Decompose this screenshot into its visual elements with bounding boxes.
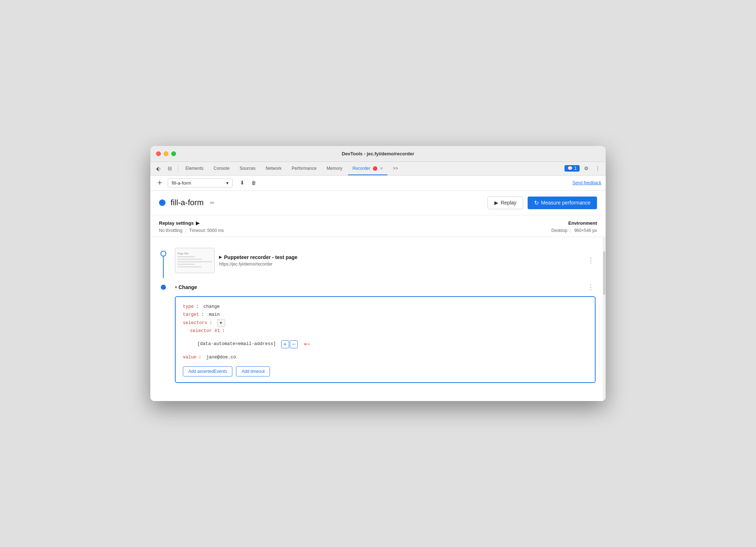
- chevron-right-icon: >>: [393, 166, 398, 171]
- tab-bar-left: ⬖ ⊟ Elements Console Sources Network: [153, 161, 403, 175]
- kebab-icon: ⋮: [595, 165, 600, 171]
- code-line-selector-val: [data-automate=email-address] + − ←: [183, 335, 588, 353]
- replay-settings-toggle[interactable]: Replay settings ▶: [159, 220, 224, 226]
- change-circle: [161, 285, 166, 290]
- pencil-icon: ✏: [210, 199, 215, 206]
- env-type: Desktop: [551, 228, 567, 233]
- tab-memory[interactable]: Memory: [322, 161, 347, 175]
- minimize-button[interactable]: [164, 151, 168, 156]
- traffic-lights: [156, 151, 176, 156]
- add-asserted-events-btn[interactable]: Add assertedEvents: [183, 366, 232, 376]
- navigate-more-btn[interactable]: ⋮: [586, 255, 596, 266]
- cursor-icon-btn[interactable]: ⬖: [153, 163, 163, 173]
- environment-title: Environment: [551, 220, 597, 226]
- tab-bar-right: 💬 1 ⚙ ⋮: [564, 163, 603, 173]
- change-timeline: [156, 278, 171, 387]
- delete-btn[interactable]: 🗑: [249, 178, 259, 188]
- new-recording-btn[interactable]: +: [155, 178, 165, 188]
- measure-icon: ↻: [534, 199, 539, 206]
- tab-recorder[interactable]: Recorder 🔴 ✕: [348, 161, 387, 175]
- remove-selector-btn[interactable]: −: [290, 340, 298, 348]
- steps-list: Page title: [150, 237, 603, 401]
- recording-status-dot: [159, 199, 166, 206]
- maximize-button[interactable]: [171, 151, 176, 156]
- tab-sources[interactable]: Sources: [235, 161, 260, 175]
- steps-area: Page title: [150, 237, 606, 401]
- navigate-title: ▶ Puppeteer recorder - test page: [219, 254, 582, 260]
- toolbar-icons: ⬇ 🗑: [237, 178, 259, 188]
- change-more-btn[interactable]: ⋮: [586, 282, 596, 293]
- tab-performance[interactable]: Performance: [287, 161, 321, 175]
- tab-divider: [178, 165, 178, 172]
- navigate-step: Page title: [150, 237, 603, 278]
- download-icon: ⬇: [240, 180, 245, 186]
- change-title: Change: [179, 284, 197, 290]
- main-content: fill-a-form ✏ ▶ Replay ↻ Measure perform…: [150, 191, 606, 401]
- timeout-value: Timeout: 5000 ms: [189, 228, 224, 233]
- replay-button[interactable]: ▶ Replay: [487, 197, 523, 209]
- selector-picker-icon[interactable]: ⬖: [217, 319, 225, 327]
- navigate-circle: [160, 251, 166, 257]
- add-timeout-btn[interactable]: Add timeout: [236, 366, 270, 376]
- navigate-url: https://jec.fyi/demo/recorder: [219, 262, 582, 267]
- settings-bar: Replay settings ▶ No throttling | Timeou…: [150, 215, 606, 237]
- tab-more[interactable]: >>: [389, 161, 403, 175]
- close-button[interactable]: [156, 151, 161, 156]
- tab-bar: ⬖ ⊟ Elements Console Sources Network: [150, 162, 606, 176]
- page-thumbnail: Page title: [175, 248, 215, 273]
- titlebar: DevTools - jec.fyi/demo/recorder: [150, 146, 606, 162]
- cursor-icon: ⬖: [156, 165, 160, 172]
- navigate-inner: Page title: [175, 248, 596, 273]
- selector-btns: + −: [281, 340, 298, 348]
- tab-network[interactable]: Network: [261, 161, 286, 175]
- edit-name-btn[interactable]: ✏: [207, 198, 218, 208]
- export-btn[interactable]: ⬇: [237, 178, 247, 188]
- settings-icon-btn[interactable]: ⚙: [581, 163, 591, 173]
- trash-icon: 🗑: [251, 180, 256, 186]
- recording-title: fill-a-form: [171, 198, 204, 207]
- navigate-content: Page title: [171, 243, 596, 278]
- add-selector-btn[interactable]: +: [281, 340, 289, 348]
- scrollbar-track[interactable]: [603, 237, 606, 401]
- change-content: ▾ Change ⋮ type : change: [171, 278, 596, 387]
- tab-elements[interactable]: Elements: [181, 161, 208, 175]
- code-line-value: value : jane@doe.co: [183, 353, 588, 362]
- recording-select-label: fill-a-form: [172, 180, 191, 186]
- navigate-timeline: [156, 243, 171, 278]
- throttling-value: No throttling: [159, 228, 182, 233]
- recorder-tab-close[interactable]: ✕: [380, 166, 383, 171]
- code-block: type : change target : main: [175, 296, 596, 383]
- measure-performance-button[interactable]: ↻ Measure performance: [528, 197, 597, 209]
- navigate-info: ▶ Puppeteer recorder - test page https:/…: [219, 254, 582, 267]
- tab-console[interactable]: Console: [209, 161, 234, 175]
- code-line-selectors: selectors : ⬖: [183, 319, 588, 327]
- environment-settings: Environment Desktop | 960×546 px: [551, 220, 597, 233]
- change-header: ▾ Change ⋮: [175, 282, 596, 293]
- scrollbar-thumb[interactable]: [603, 251, 605, 295]
- code-line-target: target : main: [183, 311, 588, 319]
- red-arrow-indicator: ←: [304, 335, 310, 353]
- replay-settings: Replay settings ▶ No throttling | Timeou…: [159, 220, 224, 233]
- window-title: DevTools - jec.fyi/demo/recorder: [342, 151, 414, 156]
- expand-icon[interactable]: ▶: [219, 255, 222, 259]
- send-feedback-link[interactable]: Send feedback: [572, 180, 601, 185]
- code-actions: Add assertedEvents Add timeout: [183, 366, 588, 376]
- chat-badge[interactable]: 💬 1: [564, 165, 580, 172]
- env-size: 960×546 px: [574, 228, 597, 233]
- header-actions: ▶ Replay ↻ Measure performance: [487, 197, 597, 209]
- settings-details: No throttling | Timeout: 5000 ms: [159, 228, 224, 233]
- toolbar: + fill-a-form ▾ ⬇ 🗑 Send feedback: [150, 176, 606, 191]
- change-step: ▾ Change ⋮ type : change: [150, 278, 603, 394]
- recording-header: fill-a-form ✏ ▶ Replay ↻ Measure perform…: [150, 191, 606, 215]
- devtools-window: DevTools - jec.fyi/demo/recorder ⬖ ⊟ Ele…: [150, 146, 606, 401]
- collapse-icon[interactable]: ▾: [175, 285, 177, 290]
- code-line-type: type : change: [183, 303, 588, 311]
- device-icon: ⊟: [168, 165, 172, 171]
- recording-select[interactable]: fill-a-form ▾: [168, 178, 233, 188]
- devtools-body: ⬖ ⊟ Elements Console Sources Network: [150, 162, 606, 401]
- chat-icon: 💬: [567, 166, 573, 171]
- chevron-down-icon: ▾: [226, 180, 229, 186]
- device-icon-btn[interactable]: ⊟: [165, 163, 175, 173]
- triangle-right-icon: ▶: [196, 220, 199, 226]
- more-options-btn[interactable]: ⋮: [593, 163, 603, 173]
